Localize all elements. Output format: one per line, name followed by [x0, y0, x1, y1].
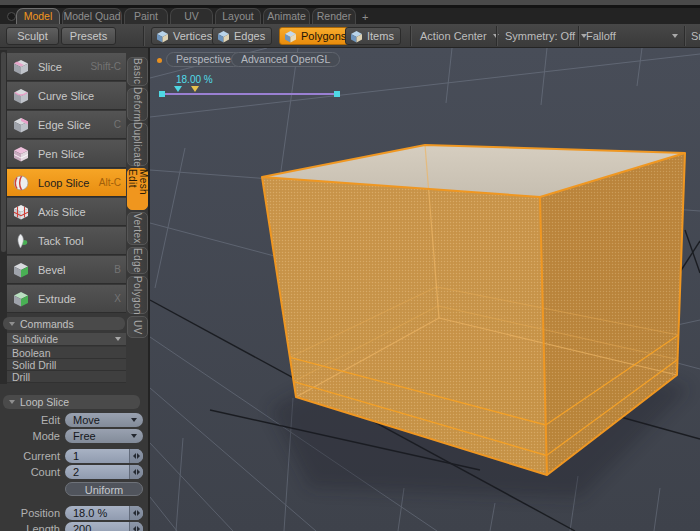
slider-secondary-marker[interactable] [191, 86, 199, 92]
side-tab-basic[interactable]: Basic [127, 57, 148, 86]
stepper-icon[interactable] [129, 506, 143, 520]
advanced-opengl-button[interactable]: Advanced OpenGL [231, 52, 340, 67]
falloff-dropdown[interactable]: Falloff [586, 27, 678, 45]
chevron-down-icon [115, 337, 121, 341]
mode-items-button[interactable]: Items [345, 27, 401, 45]
cube-icon [156, 30, 169, 43]
chevron-down-icon [131, 418, 137, 422]
tool-panel: Slice Shift-C Curve Slice Edge Slice C P… [0, 48, 150, 531]
tool-slice[interactable]: Slice Shift-C [7, 53, 126, 81]
current-label: Current [0, 449, 60, 463]
side-tab-uv[interactable]: UV [127, 316, 148, 338]
perspective-button[interactable]: Perspective [166, 52, 241, 67]
tab-animate[interactable]: Animate [263, 8, 310, 24]
position-label: Position [0, 506, 60, 520]
side-tab-deform[interactable]: Deform [127, 88, 148, 121]
count-label: Count [0, 465, 60, 479]
position-slider-track[interactable] [163, 93, 337, 95]
tool-pen-slice[interactable]: Pen Slice [7, 140, 126, 168]
cube-icon [350, 30, 363, 43]
cube-icon [217, 30, 230, 43]
cube-icon [284, 30, 297, 43]
collapse-triangle-icon [9, 400, 15, 404]
side-tab-duplicate[interactable]: Duplicate [127, 123, 148, 166]
command-drill[interactable]: Drill [7, 371, 126, 383]
side-tab-edge[interactable]: Edge [127, 247, 148, 274]
slice-icon [11, 57, 31, 77]
sculpt-button[interactable]: Sculpt [6, 27, 59, 45]
layout-menu-icon[interactable] [7, 12, 16, 21]
tool-loop-slice[interactable]: Loop Slice Alt-C [7, 169, 126, 197]
viewport[interactable]: Perspective Advanced OpenGL 18.00 % [150, 48, 700, 531]
command-subdivide-dropdown[interactable]: Subdivide [7, 333, 126, 346]
mode-label: Mode [0, 429, 60, 443]
curve-slice-icon [11, 86, 31, 106]
window-top-strip [0, 0, 700, 8]
edit-label: Edit [0, 413, 60, 427]
mode-vertices-button[interactable]: Vertices [151, 27, 219, 45]
tool-bevel[interactable]: Bevel B [7, 256, 126, 284]
length-label: Length [0, 522, 60, 531]
tab-paint[interactable]: Paint [124, 8, 168, 24]
tool-tack-tool[interactable]: Tack Tool [7, 227, 126, 255]
tack-tool-icon [11, 231, 31, 251]
loop-slice-panel-header[interactable]: Loop Slice [3, 395, 140, 409]
symmetry-dropdown[interactable]: Symmetry: Off [505, 27, 587, 45]
stepper-icon[interactable] [129, 522, 143, 531]
edit-dropdown[interactable]: Move [65, 413, 143, 427]
tab-render[interactable]: Render [312, 8, 356, 24]
collapse-triangle-icon [9, 322, 15, 326]
tool-curve-slice[interactable]: Curve Slice [7, 82, 126, 110]
add-tab-button[interactable]: + [362, 9, 368, 24]
layout-tab-bar: Model Model Quad Paint UV Layout Animate… [0, 8, 700, 24]
mode-edges-button[interactable]: Edges [212, 27, 272, 45]
tab-uv[interactable]: UV [170, 8, 213, 24]
current-field[interactable]: 1 [65, 449, 143, 463]
modo-window: Model Model Quad Paint UV Layout Animate… [0, 0, 700, 531]
tool-extrude[interactable]: Extrude X [7, 285, 126, 313]
tool-edge-slice[interactable]: Edge Slice C [7, 111, 126, 139]
uniform-button[interactable]: Uniform [65, 482, 143, 496]
tool-list-scrollbar[interactable] [0, 50, 7, 384]
viewport-mode-dot-icon[interactable] [157, 58, 162, 63]
chevron-down-icon [131, 434, 137, 438]
tab-model-quad[interactable]: Model Quad [62, 8, 122, 24]
command-boolean[interactable]: Boolean [7, 347, 126, 359]
command-solid-drill[interactable]: Solid Drill [7, 359, 126, 371]
mode-dropdown[interactable]: Free [65, 429, 143, 443]
count-field[interactable]: 2 [65, 465, 143, 479]
slider-value-label: 18.00 % [176, 74, 213, 85]
mode-polygons-button[interactable]: Polygons [279, 27, 353, 45]
tab-model[interactable]: Model [16, 8, 60, 24]
side-tab-vertex[interactable]: Vertex [127, 212, 148, 245]
extrude-icon [11, 289, 31, 309]
length-field[interactable]: 200 [65, 522, 143, 531]
loop-slice-icon [11, 173, 31, 193]
slider-position-marker[interactable] [174, 86, 182, 92]
stepper-icon[interactable] [129, 449, 143, 463]
slider-handle-left[interactable] [159, 91, 165, 97]
side-tab-polygon[interactable]: Polygon [127, 276, 148, 314]
bevel-icon [11, 260, 31, 280]
presets-button[interactable]: Presets [61, 27, 116, 45]
position-field[interactable]: 18.0 % [65, 506, 143, 520]
chevron-down-icon [672, 34, 678, 38]
edge-slice-icon [11, 115, 31, 135]
main-toolbar: Sculpt Presets Vertices Edges Polygons I… [0, 24, 700, 48]
snapping-dropdown[interactable]: Snapping [691, 27, 700, 45]
tool-axis-slice[interactable]: Axis Slice [7, 198, 126, 226]
stepper-icon[interactable] [129, 465, 143, 479]
slider-handle-right[interactable] [334, 91, 340, 97]
axis-slice-icon [11, 202, 31, 222]
side-tab-mesh-edit[interactable]: Mesh Edit [127, 168, 148, 210]
tab-layout[interactable]: Layout [215, 8, 261, 24]
viewport-canvas[interactable] [150, 48, 700, 531]
commands-header[interactable]: Commands [3, 317, 125, 330]
action-center-dropdown[interactable]: Action Center [420, 27, 499, 45]
pen-slice-icon [11, 144, 31, 164]
